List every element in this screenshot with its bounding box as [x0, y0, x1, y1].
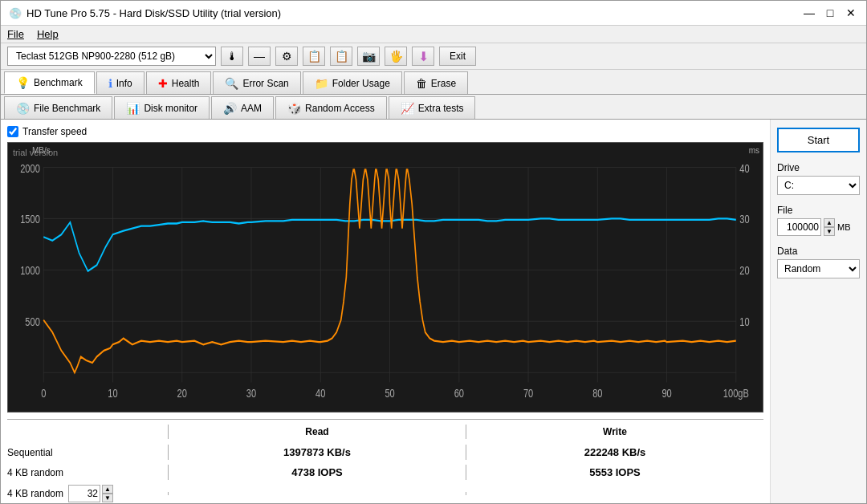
kb-random1-read: 4738 IOPS	[168, 465, 466, 480]
tab-extra-tests[interactable]: 📈 Extra tests	[389, 96, 476, 119]
tab-file-benchmark-label: File Benchmark	[34, 103, 100, 114]
drive-selector-right[interactable]: C:	[777, 176, 860, 195]
menu-help[interactable]: Help	[37, 28, 59, 40]
window-title: HD Tune Pro 5.75 - Hard Disk/SSD Utility…	[26, 7, 281, 19]
disk-monitor-tab-icon: 📊	[126, 102, 140, 115]
svg-text:50: 50	[385, 386, 394, 400]
file-benchmark-tab-icon: 💿	[16, 102, 30, 115]
data-type-selector[interactable]: Random	[777, 259, 860, 278]
kb-random2-read	[168, 492, 466, 495]
menu-bar: File Help	[1, 26, 866, 43]
tab-file-benchmark[interactable]: 💿 File Benchmark	[4, 96, 112, 119]
kb-random1-write: 5553 IOPS	[466, 465, 763, 480]
svg-text:40: 40	[739, 161, 749, 175]
sequential-row: Sequential 1397873 KB/s 222248 KB/s	[7, 442, 763, 462]
tab-folder-usage-label: Folder Usage	[332, 78, 390, 89]
file-size-input[interactable]	[777, 218, 821, 236]
tab-folder-usage[interactable]: 📁 Folder Usage	[303, 71, 402, 94]
write-header: Write	[466, 425, 763, 439]
file-size-down-btn[interactable]: ▼	[824, 227, 835, 236]
read-header: Read	[168, 425, 466, 439]
drive-section: Drive C:	[777, 162, 860, 195]
title-bar-controls: — □ ✕	[802, 6, 858, 20]
minimize-button[interactable]: —	[802, 6, 816, 20]
extra-tests-tab-icon: 📈	[401, 102, 414, 115]
tab-health[interactable]: ✚ Health	[146, 71, 212, 94]
menu-file[interactable]: File	[7, 28, 24, 40]
exit-button[interactable]: Exit	[439, 47, 476, 66]
down-icon-btn[interactable]: ⬇	[412, 47, 434, 66]
y-axis-left-title: MB/s	[32, 146, 51, 155]
copy1-icon-btn[interactable]: 📋	[303, 47, 325, 66]
results-header: Read Write	[7, 425, 763, 439]
file-size-unit: MB	[837, 222, 851, 232]
drive-label: Drive	[777, 162, 860, 173]
title-bar-left: 💿 HD Tune Pro 5.75 - Hard Disk/SSD Utili…	[9, 7, 281, 19]
camera-icon-btn[interactable]: 📷	[357, 47, 380, 66]
right-panel: Start Drive C: File ▲ ▼ MB Data Random	[770, 120, 866, 504]
tab-aam-label: AAM	[241, 103, 262, 114]
tab-health-label: Health	[172, 78, 200, 89]
tab-erase[interactable]: 🗑 Erase	[404, 71, 468, 94]
file-size-spinners: ▲ ▼	[824, 218, 835, 236]
queue-spinners: ▲ ▼	[102, 485, 113, 502]
tab-aam[interactable]: 🔊 AAM	[211, 96, 274, 119]
app-icon: 💿	[9, 7, 22, 19]
svg-text:10: 10	[739, 315, 749, 329]
svg-text:10: 10	[108, 386, 117, 400]
settings-icon-btn[interactable]: ⚙	[275, 47, 298, 66]
tab-disk-monitor-label: Disk monitor	[144, 103, 197, 114]
health-tab-icon: ✚	[158, 77, 168, 90]
svg-text:1500: 1500	[20, 213, 40, 226]
maximize-button[interactable]: □	[823, 6, 837, 20]
svg-text:20: 20	[177, 386, 187, 400]
tab-random-access[interactable]: 🎲 Random Access	[275, 96, 387, 119]
main-content: Transfer speed trial version MB/s ms	[1, 120, 866, 504]
tab-info[interactable]: ℹ Info	[96, 71, 144, 94]
temperature-icon-btn[interactable]: 🌡	[221, 47, 243, 66]
drive-selector[interactable]: Teclast 512GB NP900-2280 (512 gB)	[7, 47, 216, 66]
svg-text:2000: 2000	[20, 161, 40, 175]
queue-input-wrap: ▲ ▼	[68, 485, 113, 502]
benchmark-tab-icon: 💡	[16, 76, 30, 89]
hand-icon-btn[interactable]: 🖐	[385, 47, 407, 66]
data-label: Data	[777, 246, 860, 257]
svg-text:0: 0	[41, 386, 46, 400]
tab-benchmark-label: Benchmark	[34, 77, 83, 88]
file-size-row: ▲ ▼ MB	[777, 218, 860, 236]
data-section: Data Random	[777, 246, 860, 278]
folder-usage-tab-icon: 📁	[315, 77, 328, 90]
kb-random-row1: 4 KB random 4738 IOPS 5553 IOPS	[7, 462, 763, 482]
tab-disk-monitor[interactable]: 📊 Disk monitor	[114, 96, 210, 119]
tab-benchmark[interactable]: 💡 Benchmark	[4, 71, 95, 94]
file-size-up-btn[interactable]: ▲	[824, 218, 835, 227]
transfer-speed-checkbox[interactable]	[7, 126, 18, 137]
dash-icon-btn[interactable]: —	[248, 47, 271, 66]
left-panel: Transfer speed trial version MB/s ms	[1, 120, 770, 504]
tab-error-scan[interactable]: 🔍 Error Scan	[213, 71, 300, 94]
aam-tab-icon: 🔊	[223, 102, 237, 115]
start-button[interactable]: Start	[777, 128, 860, 152]
erase-tab-icon: 🗑	[416, 77, 427, 90]
results-table: Read Write Sequential 1397873 KB/s 22224…	[7, 419, 763, 504]
tabs-row2: 💿 File Benchmark 📊 Disk monitor 🔊 AAM 🎲 …	[1, 95, 866, 120]
queue-up-btn[interactable]: ▲	[102, 485, 113, 494]
info-tab-icon: ℹ	[108, 77, 112, 90]
queue-depth-input[interactable]	[68, 485, 100, 502]
random-access-tab-icon: 🎲	[287, 102, 301, 115]
copy2-icon-btn[interactable]: 📋	[330, 47, 352, 66]
close-button[interactable]: ✕	[844, 6, 858, 20]
kb-random-row2: 4 KB random ▲ ▼	[7, 482, 763, 504]
svg-text:1000: 1000	[20, 264, 40, 278]
transfer-speed-row: Transfer speed	[7, 126, 763, 137]
error-scan-tab-icon: 🔍	[225, 77, 238, 90]
tab-random-access-label: Random Access	[305, 103, 375, 114]
tab-info-label: Info	[116, 78, 132, 89]
svg-text:60: 60	[454, 386, 464, 400]
queue-down-btn[interactable]: ▼	[102, 494, 113, 502]
kb-random2-write	[466, 492, 763, 495]
y-axis-right-title: ms	[749, 146, 759, 155]
svg-text:30: 30	[246, 386, 256, 400]
chart-svg: 2000 1500 1000 500 40 30 20 10 0 10 20 3…	[8, 143, 763, 412]
svg-text:100gB: 100gB	[723, 386, 749, 400]
